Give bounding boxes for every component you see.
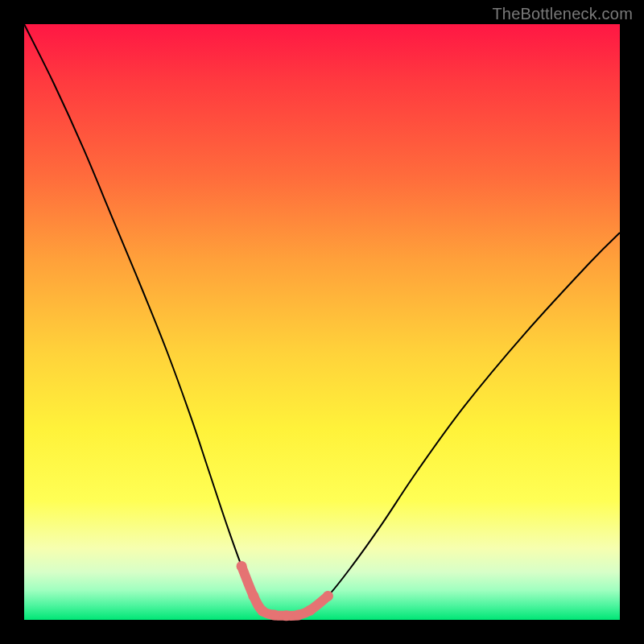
chart-frame: TheBottleneck.com	[0, 0, 644, 644]
highlight-dot	[293, 610, 303, 621]
highlight-dot	[237, 561, 247, 572]
highlight-dot	[269, 610, 279, 621]
highlight-dot	[281, 610, 291, 621]
highlight-dot	[258, 605, 268, 616]
watermark-text: TheBottleneck.com	[492, 5, 633, 23]
highlight-dot	[323, 591, 333, 601]
chart-canvas	[0, 0, 644, 644]
plot-background	[24, 24, 620, 620]
highlight-dot	[248, 591, 258, 601]
highlight-dot	[305, 605, 316, 616]
